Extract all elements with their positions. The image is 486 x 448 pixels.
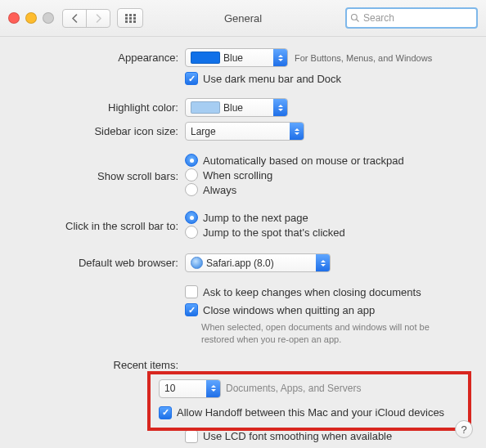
svg-line-10 — [357, 20, 359, 22]
sidebar-icon-select[interactable]: Large — [185, 122, 304, 141]
highlight-label: Highlight color: — [16, 101, 185, 114]
scrollbars-scrolling-label: When scrolling — [203, 169, 272, 181]
radio-icon — [185, 154, 198, 167]
minimize-window-button[interactable] — [25, 12, 37, 24]
window-controls — [8, 12, 54, 24]
svg-rect-2 — [133, 14, 136, 16]
titlebar: General Search — [0, 0, 486, 37]
nav-back-forward — [62, 9, 110, 28]
clickbar-spot-label: Jump to the spot that's clicked — [203, 226, 345, 239]
handoff-checkbox[interactable]: Allow Handoff between this Mac and your … — [159, 406, 444, 419]
help-button[interactable]: ? — [455, 420, 473, 438]
scrollbars-auto-radio[interactable]: Automatically based on mouse or trackpad — [185, 154, 404, 167]
chevron-updown-icon — [273, 49, 287, 66]
handoff-label: Allow Handoff between this Mac and your … — [177, 406, 444, 419]
svg-rect-0 — [125, 14, 128, 16]
sidebar-icon-value: Large — [191, 126, 216, 137]
chevron-updown-icon — [316, 254, 330, 271]
scrollbars-label: Show scroll bars: — [16, 170, 185, 182]
close-windows-label: Close windows when quitting an app — [203, 304, 375, 316]
radio-icon — [185, 211, 198, 224]
recent-items-value: 10 — [164, 383, 175, 394]
radio-icon — [185, 168, 198, 181]
appearance-select[interactable]: Blue — [185, 48, 288, 67]
clickbar-spot-radio[interactable]: Jump to the spot that's clicked — [185, 226, 345, 239]
chevron-updown-icon — [273, 99, 287, 116]
svg-rect-3 — [125, 17, 128, 20]
svg-rect-6 — [125, 20, 128, 23]
appearance-label: Appearance: — [16, 52, 185, 64]
svg-point-9 — [352, 15, 358, 20]
appearance-value: Blue — [223, 52, 243, 64]
checkbox-icon — [185, 285, 198, 298]
search-icon — [350, 13, 360, 23]
close-windows-note: When selected, open documents and window… — [201, 321, 455, 346]
search-placeholder: Search — [363, 12, 394, 24]
back-button[interactable] — [63, 10, 86, 27]
checkbox-icon — [185, 303, 198, 316]
browser-select[interactable]: Safari.app (8.0) — [185, 253, 331, 272]
checkbox-icon — [185, 430, 198, 443]
show-all-button[interactable] — [117, 8, 143, 28]
browser-label: Default web browser: — [16, 257, 185, 269]
dark-menu-checkbox[interactable]: Use dark menu bar and Dock — [185, 72, 341, 85]
lcd-smoothing-label: Use LCD font smoothing when available — [203, 430, 392, 442]
highlight-value: Blue — [223, 102, 243, 114]
recent-items-select[interactable]: 10 — [159, 379, 221, 398]
close-windows-checkbox[interactable]: Close windows when quitting an app — [185, 303, 375, 316]
svg-rect-5 — [133, 17, 136, 20]
checkbox-icon — [159, 406, 172, 419]
svg-rect-7 — [129, 20, 132, 23]
sidebar-icon-label: Sidebar icon size: — [16, 125, 185, 137]
ask-changes-label: Ask to keep changes when closing documen… — [203, 286, 421, 298]
forward-button — [86, 10, 110, 27]
appearance-hint: For Buttons, Menus, and Windows — [295, 53, 432, 63]
scrollbars-always-label: Always — [203, 184, 236, 196]
highlight-select[interactable]: Blue — [185, 98, 288, 117]
svg-rect-1 — [129, 14, 132, 16]
scrollbars-scrolling-radio[interactable]: When scrolling — [185, 168, 272, 181]
search-input[interactable]: Search — [345, 7, 478, 29]
svg-rect-4 — [129, 17, 132, 20]
chevron-updown-icon — [206, 380, 220, 397]
zoom-window-button — [43, 12, 54, 24]
checkbox-icon — [185, 72, 198, 85]
appearance-swatch — [191, 52, 220, 64]
handoff-highlight: 10 Documents, Apps, and Servers Allow Ha… — [147, 371, 471, 431]
browser-value: Safari.app (8.0) — [206, 258, 274, 269]
scrollbars-always-radio[interactable]: Always — [185, 183, 236, 196]
preferences-body: Appearance: Blue For Buttons, Menus, and… — [0, 37, 486, 448]
recent-items-label: Recent items: — [16, 359, 185, 371]
scrollbars-auto-label: Automatically based on mouse or trackpad — [203, 155, 404, 167]
general-preferences-window: General Search Appearance: Blue For Butt… — [0, 0, 486, 448]
radio-icon — [185, 226, 198, 239]
chevron-updown-icon — [290, 123, 304, 140]
clickbar-next-label: Jump to the next page — [203, 212, 308, 224]
highlight-swatch — [191, 101, 220, 114]
dark-menu-label: Use dark menu bar and Dock — [203, 73, 341, 85]
svg-rect-8 — [133, 20, 136, 23]
lcd-smoothing-checkbox[interactable]: Use LCD font smoothing when available — [185, 430, 392, 443]
close-window-button[interactable] — [8, 12, 20, 24]
clickbar-next-radio[interactable]: Jump to the next page — [185, 211, 308, 224]
safari-icon — [191, 257, 203, 269]
recent-items-hint: Documents, Apps, and Servers — [226, 383, 361, 394]
ask-changes-checkbox[interactable]: Ask to keep changes when closing documen… — [185, 285, 421, 298]
radio-icon — [185, 183, 198, 196]
clickbar-label: Click in the scroll bar to: — [16, 220, 185, 232]
